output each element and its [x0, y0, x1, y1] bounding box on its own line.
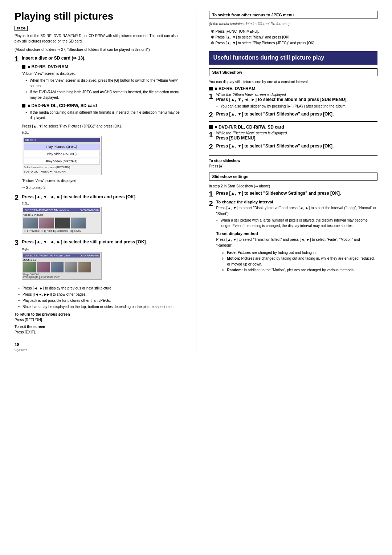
slideshow-settings-header: Slideshow settings — [209, 173, 378, 181]
pic-5 — [78, 262, 91, 272]
thumb-3 — [55, 218, 70, 228]
pic-1 — [23, 262, 36, 272]
black-square-icon — [22, 65, 25, 69]
settings-step-1-number: 1 — [209, 190, 214, 198]
start-slideshow-section: Start Slideshow You can display still pi… — [209, 68, 378, 151]
picture-date: 2005 3 12 — [23, 258, 100, 262]
ss-step-1-sub: You can also start slideshow by pressing… — [216, 104, 378, 109]
album-thumbnails — [23, 218, 100, 228]
dvd-note: Press [▲, ▼] to select "Play Pictures (J… — [22, 123, 183, 129]
step-3: 3 Press [▲, ▼, ◄, ►] to select the still… — [15, 239, 183, 283]
ss-dvd-step-2: 2 Press [▲, ▼] to select "Start Slidesho… — [209, 143, 378, 150]
menu-item-1: Play Pictures (JPEG) — [24, 143, 100, 150]
switch-step-3: ③ Press [▲, ▼] to select "Play Pictures … — [211, 40, 378, 46]
stop-content: Press [■]. — [209, 163, 378, 169]
random-item: Random: In addition to the "Motion", pic… — [222, 267, 378, 273]
display-interval-header: To change the display interval — [216, 200, 378, 204]
exit-header: To exit the screen — [15, 325, 183, 329]
page-number: 18 — [15, 342, 183, 347]
dvd-header: ■ DVD-R/R DL, CD-R/RW, SD card — [22, 103, 183, 108]
step-2-number: 2 — [15, 194, 20, 237]
ss-dvd-step-1-number: 1 — [209, 131, 214, 141]
bottom-bullet-4: Black bars may be displayed on the top, … — [18, 304, 183, 309]
eg-label-2: e.g., — [22, 201, 183, 205]
bd-re-bullets: When the "Title View" screen is displaye… — [22, 78, 183, 100]
screen-note-1: Select an action or press [RETURN]. — [24, 166, 100, 169]
ss-dvd-step-1-label: While the "Picture View" screen is displ… — [216, 131, 378, 135]
intro-text2: (About structure of folders ⇒ 27, "Struc… — [15, 47, 183, 52]
column-divider — [196, 11, 196, 352]
thumb-1 — [23, 218, 38, 228]
pic-4 — [65, 262, 77, 272]
bd-re-note: "Album View" screen is displayed. — [22, 71, 183, 76]
bd-re-bullet-1: When the "Title View" screen is displaye… — [25, 78, 183, 89]
album-screen: DIRECT NAVIGATOR Album View DVD-RAM(V0) … — [22, 207, 102, 234]
jpeg-badge: JPEG — [15, 26, 28, 31]
step-1-instruction: Insert a disc or SD card (⇒ 13). — [22, 56, 85, 61]
ss-dvd-step-1-instruction: Press [SUB MENU]. — [216, 135, 257, 141]
ss-step-1-number: 1 — [209, 93, 214, 109]
bottom-bullet-1: Press [◄, ►] to display the previous or … — [18, 285, 183, 291]
black-square-icon-4 — [209, 125, 213, 129]
album-title-bar: DIRECT NAVIGATOR Album View DVD-RAM(V0) — [23, 208, 100, 212]
album-nav: ◄◄ Previous [◄◄] Next [▶] Slideshow Page… — [23, 230, 100, 232]
thumb-2 — [39, 218, 54, 228]
display-method-section: To set display method Press [▲, ▼] to se… — [216, 231, 378, 273]
display-interval-content: Press [▲, ▼] to select "Display Interval… — [216, 205, 378, 217]
slideshow-settings-section: Slideshow settings In step 2 in Start Sl… — [209, 173, 378, 276]
ss-dvd-header: ■ DVD-R/R DL, CD-R/RW, SD card — [209, 125, 378, 130]
pic-2 — [37, 262, 50, 272]
eg-label-1: e.g., — [22, 130, 183, 134]
ss-dvd-step-1: 1 While the "Picture View" screen is dis… — [209, 131, 378, 141]
return-content: Press [RETURN]. — [15, 317, 183, 323]
screen-title-bar-1: SD Card — [24, 138, 100, 142]
step-2: 2 Press [▲, ▼, ◄, ►] to select the album… — [15, 194, 183, 237]
settings-step-1-instruction: Press [▲, ▼] to select "Slideshow Settin… — [216, 191, 341, 196]
switch-menu-note: (If the media contains data in different… — [209, 22, 378, 26]
pic-bottom: Page 001/001 Press [OK] to go to Picture… — [23, 273, 100, 278]
exit-content: Press [EXIT]. — [15, 329, 183, 335]
stop-label: To stop slideshow — [209, 159, 378, 163]
ss-step-1-instruction: Press [▲, ▼, ◄, ►] to select the album a… — [216, 97, 348, 102]
screen-caption-1: "Picture View" screen is displayed. — [22, 178, 183, 183]
ss-bd-re-header: ■ BD-RE, DVD-RAM — [209, 86, 378, 91]
display-method-content: Press [▲, ▼] to select "Transition Effec… — [216, 237, 378, 248]
dvd-bullets: If the media containing data in differen… — [22, 110, 183, 121]
divider-1 — [209, 121, 378, 122]
album-tabs: Video 1 Picture — [23, 213, 100, 216]
eg-label-3: e.g., — [22, 247, 183, 251]
motion-item: Motion: Pictures are changed by fading o… — [222, 256, 378, 267]
exit-section: To exit the screen Press [EXIT]. — [15, 325, 183, 335]
screen-caption-2: ⇒ Go to step 3 — [22, 185, 183, 190]
left-column: Playing still pictures JPEG Playback of … — [15, 11, 183, 352]
version-tag: VQT3K71 — [15, 349, 183, 352]
black-square-icon-2 — [22, 104, 25, 108]
ss-dvd-step-2-instruction: Press [▲, ▼] to select "Start Slideshow"… — [216, 143, 334, 149]
intro-text: Playback of the BD-RE, DVD-RAM/R/R DL or… — [15, 33, 183, 44]
bottom-bullet-2: Press [I◄◄, ▶▶I] to show other pages. — [18, 292, 183, 297]
step-2-instruction: Press [▲, ▼, ◄, ►] to select the album a… — [22, 194, 136, 199]
fade-item: Fade: Pictures are changed by fading out… — [222, 250, 378, 256]
switch-menu-header: To switch from other menus to JPEG menu — [209, 11, 378, 19]
step-3-number: 3 — [15, 239, 20, 283]
settings-step-2-number: 2 — [209, 200, 214, 276]
switch-step-2: ② Press [▲, ▼] to select "Menu" and pres… — [211, 35, 378, 40]
screen-mockup-1: SD Card Play Pictures (JPEG) Play Video … — [22, 136, 102, 175]
slideshow-intro: You can display still pictures one by on… — [209, 79, 378, 85]
right-column: To switch from other menus to JPEG menu … — [209, 11, 378, 352]
screen-bottom-1: SUB ⊙ OK MENU ↩ RETURN — [24, 170, 100, 173]
display-interval-section: To change the display interval Press [▲,… — [216, 200, 378, 228]
return-header: To return to the previous screen — [15, 312, 183, 316]
settings-step-1: 1 Press [▲, ▼] to select "Slideshow Sett… — [209, 190, 378, 198]
page-title: Playing still pictures — [15, 11, 183, 22]
bd-re-bullet-2: If the DVD-RAM containing both JPEG and … — [25, 89, 183, 100]
picture-title-bar: DIRECT NAVIGATOR Picture View DVD-RAM(V0… — [23, 254, 100, 258]
bd-re-header: ■ BD-RE, DVD-RAM — [22, 64, 183, 69]
bottom-bullets: Press [◄, ►] to display the previous or … — [15, 285, 183, 309]
start-slideshow-header: Start Slideshow — [209, 68, 378, 76]
step-3-instruction: Press [▲, ▼, ◄, ►] to select the still p… — [22, 239, 147, 244]
display-method-header: To set display method — [216, 231, 378, 236]
settings-step-2: 2 To change the display interval Press [… — [209, 200, 378, 276]
black-square-icon-3 — [209, 87, 213, 90]
menu-item-3: Play Video (MPEG-2) — [24, 158, 100, 165]
